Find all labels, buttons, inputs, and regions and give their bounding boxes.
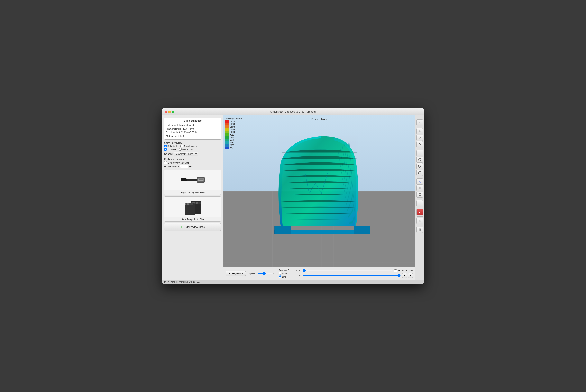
retractions-checkbox-item: Retractions [179,148,194,151]
line-label: Line [282,276,286,278]
update-interval-input[interactable] [180,165,188,168]
sdcard-icon [180,198,206,216]
exit-preview-button[interactable]: ⬅ Exit Preview Mode [164,223,221,231]
close-button[interactable] [165,110,167,113]
speed-slider[interactable] [257,272,274,275]
up-arrow-icon: ↕ [419,202,420,205]
flat-box-icon [418,186,421,190]
cursor-icon: ↖ [418,121,421,124]
layers-icon [418,228,421,231]
toolbar-separator-3 [417,177,423,177]
top-view-icon: ▭ [418,152,421,155]
usb-icon [180,172,206,189]
build-statistics-content: Build time: 0 hours 48 minutes Filament … [166,124,219,138]
live-preview-row: Live preview tracking [164,161,221,164]
toolbar-separator-6 [417,216,423,217]
maximize-button[interactable] [172,110,174,113]
update-interval-unit: sec [189,165,193,168]
filament-length: Filament length: 4075.4 mm [166,127,219,131]
usb-print-card[interactable]: Begin Printing over USB [164,170,221,195]
red-indicator-button[interactable]: ■ [416,209,423,215]
usb-print-image [164,170,221,190]
single-line-checkbox[interactable] [394,269,397,272]
checkbox-row-2: Toolhead Retractions [164,148,221,151]
coloring-select[interactable]: Movement Speed Feature Type Print Temper… [174,152,198,156]
iso-view-3-icon [418,171,421,174]
status-bar: Previewing file from line 1 to 104223 [162,280,424,284]
iso-view-1-button[interactable] [416,156,423,163]
disk-save-card[interactable]: Save Toolpaths to Disk [164,196,221,222]
rotate-icon: ↻ [418,143,421,146]
realtime-updates-label: Real-time Updates [164,158,221,160]
bottom-controls: ⏯ Play/Pause Speed: Preview By Layer Lin [224,267,415,280]
nav-arrows: ◀ ▶ [402,273,413,278]
single-line-label: Single line only [398,269,413,272]
build-time: Build time: 0 hours 48 minutes [166,124,219,127]
flat-box-button[interactable] [416,185,423,191]
red-indicator-icon: ■ [419,211,420,213]
svg-marker-63 [418,158,421,161]
axes-icon [418,180,421,183]
toolbar-dots-top: · · · · [418,117,421,119]
disk-save-label: Save Toolpaths to Disk [164,217,221,221]
cursor-tool-button[interactable]: ↖ [416,119,423,126]
move-tool-button[interactable]: ✛ [416,128,423,134]
svg-rect-9 [201,179,201,181]
wireframe-button[interactable] [416,192,423,198]
show-in-preview-section: Show in Preview Build table Travel moves… [164,141,221,156]
layers-button[interactable] [416,227,423,233]
travel-moves-checkbox-item: Travel moves [180,145,197,147]
checkbox-row-1: Build table Travel moves [164,145,221,147]
preview-by-label: Preview By [279,269,291,272]
scale-tool-button[interactable]: ⤢ [416,135,423,141]
toolhead-checkbox[interactable] [164,148,167,151]
svg-rect-8 [200,179,200,181]
usb-print-label: Begin Printing over USB [164,190,221,194]
window-title: Simplify3D (Licensed to Brett Turnage) [270,110,316,113]
svg-rect-83 [419,230,420,231]
live-preview-checkbox[interactable] [164,161,167,164]
viewport-area[interactable]: Preview Mode Speed (mm/min) 18000 16222 [224,116,415,267]
layer-radio-item: Layer [279,272,291,275]
preview-by-section: Preview By Layer Line [279,269,291,278]
single-line-row: Single line only [394,269,413,272]
svg-rect-15 [196,202,197,204]
end-label: End [294,274,301,277]
start-slider[interactable] [303,270,393,271]
iso-view-3-button[interactable] [416,170,423,176]
viewport-background: Preview Mode Speed (mm/min) 18000 16222 [224,116,415,267]
line-radio[interactable] [279,275,281,278]
minimize-button[interactable] [168,110,171,113]
end-slider-row: End ◀ ▶ [294,273,413,278]
iso-view-2-button[interactable] [416,163,423,169]
next-button[interactable]: ▶ [408,273,413,278]
axes-button[interactable] [416,178,423,184]
center-area: Preview Mode Speed (mm/min) 18000 16222 [224,116,415,280]
svg-rect-75 [419,194,421,196]
window-controls [165,110,174,113]
coloring-row: Coloring Movement Speed Feature Type Pri… [164,152,221,156]
right-toolbar: · · · · ↖ ✛ ⤢ ↻ ▭ [415,116,424,280]
travel-moves-checkbox[interactable] [180,145,183,147]
end-slider[interactable] [303,275,401,276]
play-pause-button[interactable]: ⏯ Play/Pause [226,271,246,276]
top-view-button[interactable]: ▭ [416,150,423,156]
layer-radio[interactable] [279,272,281,275]
build-table-checkbox[interactable] [164,145,167,147]
gear-icon: ⚙ [418,219,421,222]
plastic-weight: Plastic weight: 12.25 g (0.03 lb) [166,130,219,134]
svg-rect-28 [188,203,189,205]
prev-button[interactable]: ◀ [402,273,407,278]
play-pause-icon: ⏯ [229,272,231,275]
line-radio-item: Line [279,275,291,278]
toolbar-separator-2 [417,148,423,149]
up-arrow-button[interactable]: ↕ [416,200,423,206]
rotate-tool-button[interactable]: ↻ [416,141,423,147]
toolbar-separator-1 [417,127,423,127]
move-icon: ✛ [418,129,421,133]
settings-button[interactable]: ⚙ [416,218,423,224]
exit-preview-label: Exit Preview Mode [184,226,205,228]
build-statistics-box: Build Statistics Build time: 0 hours 48 … [164,118,221,140]
svg-rect-1 [187,179,197,181]
retractions-checkbox[interactable] [179,148,182,151]
